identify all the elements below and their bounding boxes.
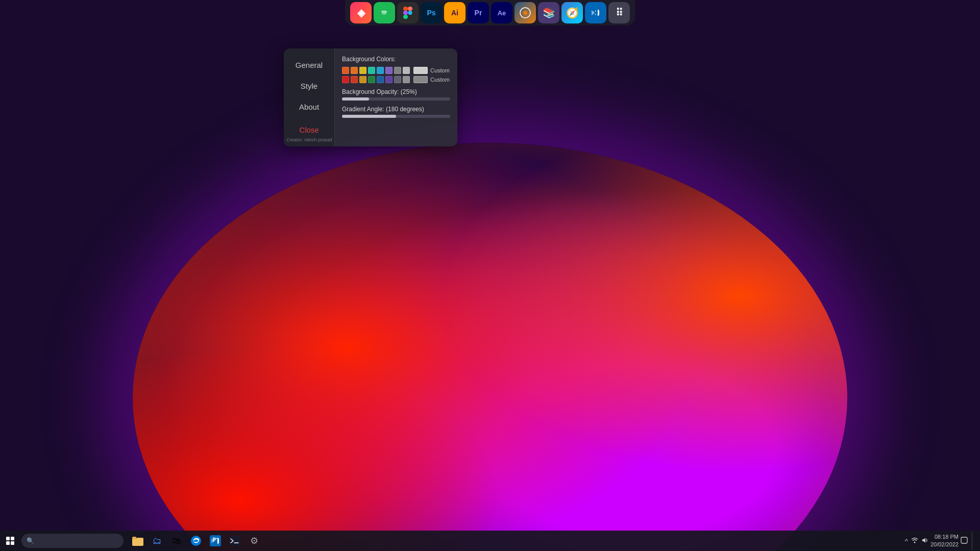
color-swatch-2-3[interactable] (359, 76, 366, 83)
taskbar-icon-spotify[interactable] (374, 2, 395, 23)
bottom-taskbar: 🔍 🗂 🛍 ⚙ ^ 08:18 PM (0, 531, 980, 551)
system-clock[interactable]: 08:18 PM 20/02/2022 (930, 533, 959, 549)
color-swatch-1-2[interactable] (351, 67, 358, 74)
opacity-section: Background Opacity: (25%) (342, 88, 450, 101)
color-swatch-1-7[interactable] (394, 67, 401, 74)
color-swatch-2-2[interactable] (351, 76, 358, 83)
taskbar-search[interactable]: 🔍 (21, 534, 124, 548)
color-swatch-2-8[interactable] (403, 76, 410, 83)
opacity-label: Background Opacity: (25%) (342, 88, 450, 95)
taskbar-icon-premiere[interactable]: Pr (468, 2, 489, 23)
svg-rect-3 (403, 11, 408, 15)
taskbar-terminal[interactable] (226, 532, 244, 550)
color-row-1: Custom (342, 67, 450, 74)
color-swatch-1-1[interactable] (342, 67, 349, 74)
taskbar-store[interactable]: 🛍 (167, 532, 186, 550)
top-taskbar: ◈ Ps Ai Pr Ae 📚 🧭 ⠿ (345, 0, 635, 26)
svg-point-12 (191, 536, 201, 546)
angle-slider-fill (342, 115, 396, 118)
clock-time: 08:18 PM (930, 533, 959, 541)
background-sphere (133, 143, 847, 551)
opacity-slider-fill (342, 97, 369, 101)
creator-label: Creator: nitesh-prasad (284, 137, 335, 142)
svg-rect-14 (229, 536, 240, 545)
color-swatch-1-6[interactable] (385, 67, 393, 74)
svg-rect-5 (403, 15, 408, 19)
taskbar-icon-linearity[interactable]: ◈ (350, 2, 372, 23)
color-swatch-2-5[interactable] (377, 76, 384, 83)
taskbar-icon-aftereffects[interactable]: Ae (491, 2, 512, 23)
custom-label-2: Custom (430, 77, 450, 83)
tray-volume[interactable] (921, 537, 928, 545)
taskbar-vscode-bottom[interactable] (206, 532, 225, 550)
svg-rect-17 (961, 537, 967, 543)
svg-rect-2 (408, 7, 412, 11)
nav-about[interactable]: About (284, 96, 334, 117)
nav-general[interactable]: General (284, 55, 334, 76)
taskbar-icon-vscode[interactable] (585, 2, 606, 23)
search-icon: 🔍 (27, 537, 34, 544)
svg-rect-1 (403, 7, 408, 11)
bg-colors-label: Background Colors: (342, 56, 450, 63)
taskbar-settings-bottom[interactable]: ⚙ (245, 532, 263, 550)
color-swatch-2-1[interactable] (342, 76, 349, 83)
custom-color-box-2[interactable] (413, 76, 428, 83)
taskbar-right: ^ 08:18 PM 20/02/2022 (905, 532, 980, 550)
system-tray: ^ (905, 537, 928, 545)
taskbar-icon-books[interactable]: 📚 (538, 2, 559, 23)
angle-label: Gradient Angle: (180 degrees) (342, 106, 450, 113)
clock-date: 20/02/2022 (930, 541, 959, 548)
tray-chevron[interactable]: ^ (905, 537, 908, 545)
taskbar-icon-illustrator[interactable]: Ai (444, 2, 465, 23)
taskbar-icon-compass[interactable]: 🧭 (561, 2, 583, 23)
svg-point-4 (408, 11, 412, 15)
color-swatch-2-7[interactable] (394, 76, 401, 83)
taskbar-icon-menu[interactable]: ⠿ (608, 2, 630, 23)
settings-content: Background Colors: Custom Custom (335, 48, 457, 146)
taskbar-edge[interactable] (187, 532, 205, 550)
angle-section: Gradient Angle: (180 degrees) (342, 106, 450, 118)
start-button[interactable] (0, 531, 20, 551)
show-desktop-button[interactable] (972, 532, 975, 550)
taskbar-icon-photoshop[interactable]: Ps (421, 2, 442, 23)
svg-rect-11 (132, 537, 136, 539)
nav-style[interactable]: Style (284, 76, 334, 96)
angle-slider-track[interactable] (342, 115, 450, 118)
taskbar-file-manager[interactable]: 🗂 (148, 532, 166, 550)
taskbar-middle-icons: 🗂 🛍 ⚙ (129, 532, 263, 550)
color-swatch-1-4[interactable] (368, 67, 375, 74)
color-swatch-1-3[interactable] (359, 67, 366, 74)
tray-notification[interactable] (961, 537, 968, 545)
color-row-2: Custom (342, 76, 450, 83)
color-swatch-1-5[interactable] (377, 67, 384, 74)
taskbar-file-explorer[interactable] (129, 532, 147, 550)
custom-color-box-1[interactable] (413, 67, 428, 74)
color-swatch-1-8[interactable] (403, 67, 410, 74)
svg-point-7 (523, 11, 527, 15)
tray-network[interactable] (911, 537, 918, 545)
windows-logo-icon (6, 537, 14, 545)
taskbar-icon-blender[interactable] (514, 2, 536, 23)
opacity-slider-track[interactable] (342, 97, 450, 101)
svg-point-16 (914, 541, 915, 543)
color-swatch-2-6[interactable] (385, 76, 393, 83)
color-swatch-2-4[interactable] (368, 76, 375, 83)
taskbar-icon-figma[interactable] (397, 2, 419, 23)
settings-sidebar: General Style About Close Creator: nites… (284, 48, 335, 146)
custom-label-1: Custom (430, 67, 450, 73)
settings-dialog: General Style About Close Creator: nites… (284, 48, 457, 146)
